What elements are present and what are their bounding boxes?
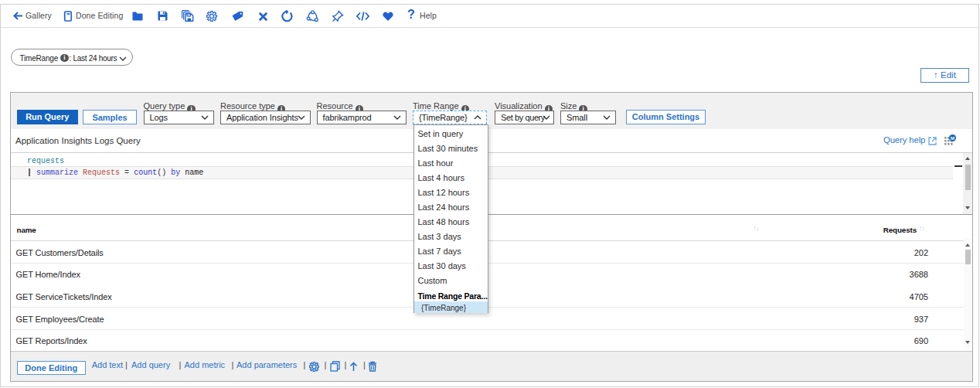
svg-text:M: M	[951, 136, 954, 141]
